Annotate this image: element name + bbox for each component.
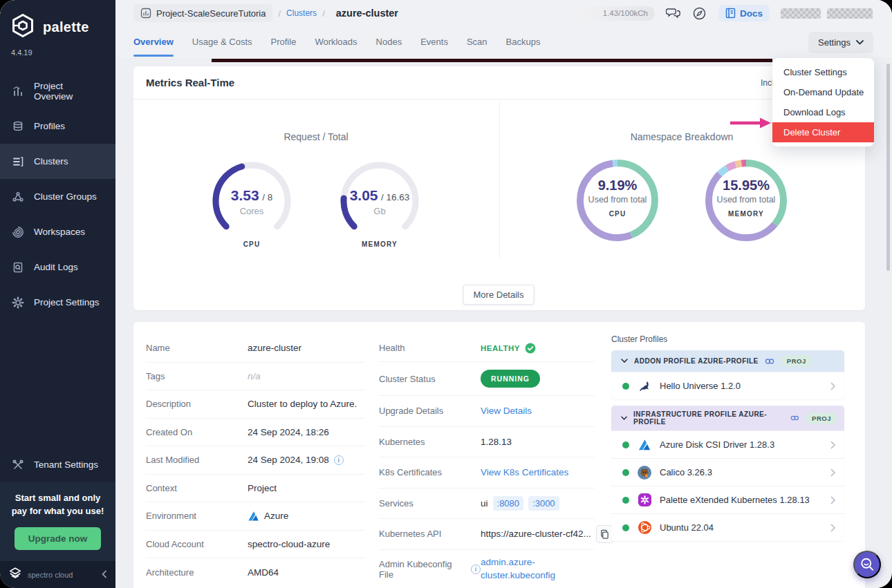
detail-row-tags: Tags n/a [146,363,364,391]
addon-profile-header[interactable]: ADDON PROFILE AZURE-PROFILE PROJ [611,350,844,372]
profile-item-hello-universe[interactable]: Hello Universe 1.2.0 [611,372,844,399]
cluster-details-panel: Name azure-cluster Tags n/a Description … [133,322,865,588]
breadcrumb-cluster-name: azure-cluster [336,8,398,19]
sidebar-nav: Project Overview Profiles Clusters Clust… [0,73,115,320]
status-row-health: Health HEALTHY [379,334,595,362]
project-chart-icon [140,8,151,19]
tab-usage-costs[interactable]: Usage & Costs [192,28,252,57]
info-icon[interactable]: i [471,565,481,574]
tab-profile[interactable]: Profile [271,28,297,57]
status-row-services: Services ui :8080 :3000 [379,489,595,520]
cpu-total: 8 [268,192,273,202]
menu-item-on-demand-update[interactable]: On-Demand Update [772,82,874,102]
logo-row[interactable]: palette [0,0,115,43]
sidebar-item-clusters[interactable]: Clusters [0,144,115,179]
settings-dropdown-menu: Cluster Settings On-Demand Update Downlo… [772,58,874,146]
detail-row-environment: Environment Azure [146,502,364,531]
profile-item-name: Ubuntu 22.04 [660,522,823,533]
memory-total: 16.63 [387,192,410,202]
sidebar-item-tenant-settings[interactable]: Tenant Settings [0,447,115,482]
upgrade-now-button[interactable]: Upgrade now [15,527,102,550]
status-row-kubernetes-api: Kubernetes API https://azure-cluster-cf4… [379,519,595,550]
sidebar-item-project-settings[interactable]: Project Settings [0,285,115,320]
used-from-total-caption: Used from total [573,195,662,205]
sidebar: palette 4.4.19 Project Overview Profiles… [0,0,115,588]
project-breadcrumb[interactable]: Project-ScaleSecureTutoria [133,4,272,22]
sidebar-item-profiles[interactable]: Profiles [0,108,115,144]
cpu-request-value: 3.53 [231,187,259,203]
status-row-upgrade-details: Upgrade Details View Details [379,396,595,427]
row-label: Cluster Status [379,374,481,384]
row-value: 1.28.13 [481,437,512,447]
sidebar-item-audit-logs[interactable]: Audit Logs [0,249,115,285]
infrastructure-profile-header[interactable]: INFRASTRUCTURE PROFILE AZURE-PROFILE PRO… [611,406,844,430]
link-icon [790,414,799,422]
azure-icon [637,437,652,453]
profile-item-azure-disk[interactable]: Azure Disk CSI Driver 1.28.3 [611,430,844,458]
breadcrumb-clusters-link[interactable]: Clusters [286,8,317,18]
status-dot [622,383,629,390]
status-row-kubernetes: Kubernetes 1.28.13 [379,427,595,458]
collapse-sidebar-icon[interactable] [101,569,107,580]
row-label: Admin Kubeconfig File [379,559,467,580]
sidebar-item-cluster-groups[interactable]: Cluster Groups [0,179,115,214]
chat-icon[interactable] [666,6,681,21]
service-port-link[interactable]: :3000 [528,496,559,511]
memory-namespace-percent: 15.95% [701,178,791,193]
sidebar-item-label: Audit Logs [34,262,78,272]
tab-scan[interactable]: Scan [467,28,487,57]
tab-nodes[interactable]: Nodes [376,28,402,57]
view-certificates-link[interactable]: View K8s Certificates [481,467,568,477]
compass-icon[interactable] [692,6,707,21]
row-value: n/a [248,371,261,381]
settings-button[interactable]: Settings [808,32,873,53]
profile-item-ubuntu[interactable]: Ubuntu 22.04 [611,513,844,541]
tab-backups[interactable]: Backups [506,28,541,57]
cpu-label: CPU [207,240,297,248]
chevron-right-icon [830,524,836,532]
link-icon [765,357,774,366]
chevron-right-icon [830,468,836,477]
row-value: Cluster to deploy to Azure. [248,399,357,409]
row-label: Environment [146,511,248,521]
user-menu-blurred[interactable] [781,8,873,19]
service-port-link[interactable]: :8080 [493,496,524,511]
profile-item-palette-kubernetes[interactable]: Palette eXtended Kubernetes 1.28.13 [611,486,844,513]
row-value: azure-cluster [248,343,301,353]
app-version: 4.4.19 [0,43,115,57]
memory-namespace-donut: 15.95% Used from total MEMORY [701,155,791,245]
sidebar-item-label: Project Overview [34,81,104,102]
menu-item-download-logs[interactable]: Download Logs [772,102,874,122]
memory-label: MEMORY [335,240,425,248]
cpu-unit: Cores [207,206,297,216]
tab-overview[interactable]: Overview [133,28,174,57]
row-value: AMD64 [248,567,279,578]
row-label: Name [146,343,248,353]
tab-workloads[interactable]: Workloads [315,28,357,57]
used-from-total-caption: Used from total [701,195,791,205]
docs-button[interactable]: Docs [718,5,770,21]
sidebar-footer: spectro cloud [0,561,115,588]
details-column: Name azure-cluster Tags n/a Description … [146,334,364,587]
menu-item-delete-cluster[interactable]: Delete Cluster [772,122,874,142]
infrastructure-profile-group: INFRASTRUCTURE PROFILE AZURE-PROFILE PRO… [611,406,844,541]
kubeconfig-link[interactable]: admin.azure-cluster.kubeconfig [481,556,570,581]
profile-group-title: ADDON PROFILE AZURE-PROFILE [634,357,759,365]
metrics-panel: Metrics Real-Time Incl Request / Total N… [133,66,865,310]
view-details-link[interactable]: View Details [481,406,532,416]
profile-item-calico[interactable]: Calico 3.26.3 [611,458,844,486]
tab-events[interactable]: Events [420,28,448,57]
info-icon[interactable]: i [334,455,344,465]
assistant-search-button[interactable] [853,551,881,578]
status-row-certificates: K8s Certificates View K8s Certificates [379,457,595,489]
menu-item-cluster-settings[interactable]: Cluster Settings [772,62,874,82]
pxk-icon [637,493,652,508]
brand-name: spectro cloud [28,571,95,579]
sidebar-item-workspaces[interactable]: Workspaces [0,214,115,249]
status-column: Health HEALTHY Cluster Status RUNNING Up… [379,334,595,588]
more-details-button[interactable]: More Details [463,285,535,305]
cpu-label: CPU [573,210,662,218]
scrollbar[interactable] [886,64,890,271]
chevron-right-icon [830,496,836,504]
sidebar-item-project-overview[interactable]: Project Overview [0,73,115,108]
